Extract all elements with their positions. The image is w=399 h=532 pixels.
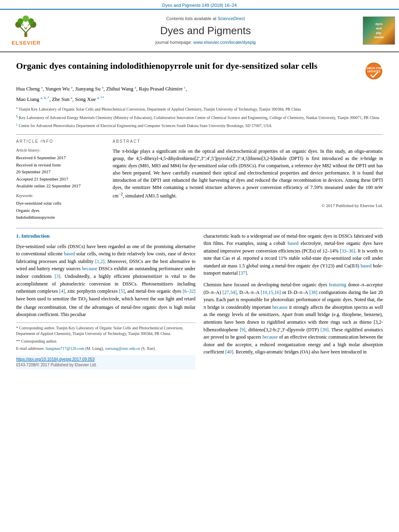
journal-header: ELSEVIER Contents lists available at Sci…	[0, 10, 399, 52]
ref-based: based	[64, 251, 75, 257]
abstract-label: ABSTRACT	[113, 139, 383, 144]
intro-number: 1.	[16, 233, 21, 239]
email-link-2[interactable]: xuesong@ustc.edu.cn	[105, 346, 140, 351]
ref-39[interactable]: [39]	[321, 327, 329, 333]
svg-point-7	[18, 18, 23, 24]
keyword-3: Indolodithienopyrrole	[16, 214, 105, 220]
sup-c: c	[184, 85, 186, 89]
affiliation-b-text: Key Laboratory of Advanced Energy Materi…	[19, 115, 379, 120]
divider-top	[16, 134, 383, 135]
received-revised-date-vis: 20 September 2017	[16, 169, 105, 175]
available-date: Available online 22 September 2017	[16, 183, 105, 189]
accepted-date: Accepted 21 September 2017	[16, 176, 105, 182]
journal-title: Dyes and Pigments	[160, 23, 251, 38]
affiliation-c-text: Center for Advanced Photovoltaics Depart…	[19, 123, 272, 128]
sup-a5: a	[71, 96, 72, 100]
intro-section-title: 1. Introduction	[16, 232, 195, 240]
email-link-1[interactable]: liangmao717@126.com	[45, 346, 84, 351]
svg-rect-11	[27, 26, 29, 28]
received-revised-label: Received in revised form	[16, 162, 105, 168]
affiliation-a-text: Tianjin Key Laboratory of Organic Solar …	[19, 107, 301, 112]
ref-33-36[interactable]: [33–36]	[340, 248, 355, 254]
dyes-cover-image: dyesandpig-ments	[363, 16, 395, 45]
doi-bar: https://doi.org/10.1016/j.dyepig.2017.09…	[16, 355, 195, 370]
doi-issn: 0143-7208/© 2017 Published by Elsevier L…	[16, 362, 195, 368]
ref-based-2: based	[288, 240, 298, 246]
ref-27-34[interactable]: [27,34]	[222, 290, 237, 295]
ref-38[interactable]: [38]	[309, 290, 317, 295]
svg-rect-10	[23, 26, 24, 28]
sup-a6: a, **	[97, 96, 105, 100]
ref-10-15-16[interactable]: [10,15,16]	[261, 290, 281, 295]
svg-point-9	[23, 16, 29, 22]
history-label: Article history:	[16, 148, 105, 153]
affiliations-section: a Tianjin Key Laboratory of Organic Sola…	[16, 105, 383, 129]
ref-40[interactable]: [40]	[225, 349, 233, 355]
authors-line2: Mao Liang a, b, *, Zhe Sun a, Song Xue a…	[16, 95, 383, 103]
article-info-label: ARTICLE INFO	[16, 139, 105, 144]
sciencedirect-label: Contents lists available at	[166, 16, 216, 21]
ref-4[interactable]: [4]	[59, 288, 65, 294]
ref-9[interactable]: [9]	[240, 327, 245, 333]
elsevier-wordmark: ELSEVIER	[12, 39, 41, 47]
svg-rect-0	[25, 33, 27, 37]
homepage-label: journal homepage:	[155, 40, 192, 45]
elsevier-logo-area: ELSEVIER	[0, 13, 52, 48]
two-col-section: ARTICLE INFO Article history: Received 6…	[16, 139, 383, 221]
sup-a3: a	[102, 85, 103, 89]
paper-title-area: Organic dyes containing indolodithienopy…	[16, 60, 383, 80]
body-left-col: 1. Introduction Dye-sensitized solar cel…	[16, 232, 195, 370]
sup-a2: a	[71, 85, 72, 89]
authors-line1: Hua Cheng a, Yungen Wu a, Jianyang Su a,…	[16, 85, 383, 93]
divider-mid	[16, 228, 383, 228]
doi-link[interactable]: https://doi.org/10.1016/j.dyepig.2017.09…	[16, 357, 195, 362]
affiliation-c: c Center for Advanced Photovoltaics Depa…	[16, 122, 383, 129]
sciencedirect-link[interactable]: ScienceDirect	[218, 16, 245, 21]
abstract-col: ABSTRACT The π-bridge plays a significan…	[113, 139, 383, 221]
homepage-link[interactable]: www.elsevier.com/locate/dyepig	[193, 40, 255, 45]
keyword-2: Organic dyes	[16, 207, 105, 214]
svg-text:CHECK FOR: CHECK FOR	[366, 67, 383, 70]
ref-featuring: featuring	[329, 282, 346, 288]
intro-para-1: Dye-sensitized solar cells (DSSCs) have …	[16, 243, 195, 318]
intro-title: Introduction	[21, 233, 50, 239]
body-right-col: characteristic leads to a widespread use…	[204, 232, 383, 370]
footnote-area: * Corresponding author. Tianjin Key Labo…	[16, 322, 195, 352]
ref-based-3: based	[361, 263, 372, 269]
ref-6-32[interactable]: [6–32]	[183, 288, 195, 294]
sup-a: a	[41, 85, 43, 89]
affiliation-b: b Key Laboratory of Advanced Energy Mate…	[16, 114, 383, 121]
elsevier-logo: ELSEVIER	[12, 14, 41, 47]
keywords-section: Keywords: Dye-sensitized solar cells Org…	[16, 193, 105, 220]
svg-point-8	[28, 18, 34, 24]
cover-text: dyesandpig-ments	[374, 22, 384, 40]
ref-5[interactable]: [5]	[119, 288, 125, 294]
svg-text:UPDATES: UPDATES	[367, 70, 380, 73]
dyes-cover-area: dyesandpig-ments	[359, 13, 399, 48]
elsevier-tree-icon	[12, 14, 40, 39]
footnote-email: E-mail addresses: liangmao717@126.com (M…	[16, 346, 195, 352]
crossmark-icon: CHECK FOR UPDATES	[365, 62, 383, 80]
main-content: Organic dyes containing indolodithienopy…	[0, 52, 399, 378]
ref-because: because	[82, 266, 97, 271]
journal-citation-top: Dyes and Pigments 149 (2018) 16–24	[162, 3, 237, 8]
sciencedirect-line: Contents lists available at ScienceDirec…	[166, 16, 245, 22]
body-content: 1. Introduction Dye-sensitized solar cel…	[16, 232, 383, 370]
homepage-line: journal homepage: www.elsevier.com/locat…	[155, 39, 255, 45]
ref-because-3: because	[263, 334, 278, 340]
received-date: Received 6 September 2017	[16, 155, 105, 161]
abstract-text: The π-bridge plays a significant role on…	[113, 148, 383, 199]
footnote-2: ** Corresponding author.	[16, 339, 195, 345]
affiliation-a: a Tianjin Key Laboratory of Organic Sola…	[16, 105, 383, 112]
ref-37[interactable]: [37]	[239, 270, 247, 276]
intro-para-3: Chemists have focused on developing meta…	[204, 281, 383, 356]
footnote-1: * Corresponding author. Tianjin Key Labo…	[16, 325, 195, 337]
ref-1-2[interactable]: [1,2]	[95, 259, 105, 264]
sup-a4: a	[135, 85, 136, 89]
copyright-text: © 2017 Published by Elsevier Ltd.	[113, 203, 383, 209]
sup-ab: a, b, *	[41, 96, 49, 100]
doi-anchor[interactable]: https://doi.org/10.1016/j.dyepig.2017.09…	[16, 357, 95, 362]
article-info-col: ARTICLE INFO Article history: Received 6…	[16, 139, 105, 221]
intro-para-2: characteristic leads to a widespread use…	[204, 232, 383, 277]
ref-3[interactable]: [3]	[55, 273, 60, 279]
